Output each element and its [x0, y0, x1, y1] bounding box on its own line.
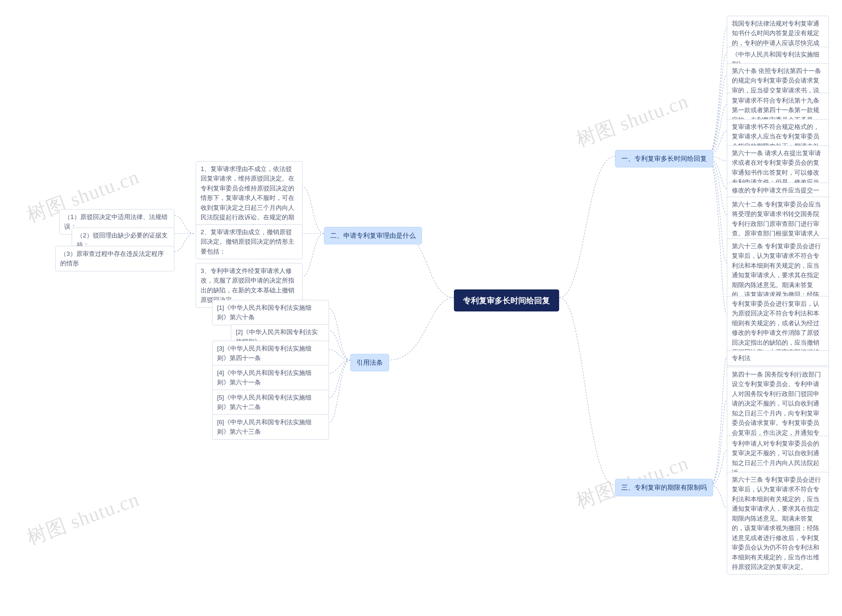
watermark: 树图 shutu.cn	[23, 486, 143, 551]
s3-item-3[interactable]: 第六十三条 专利复审委员会进行复审后，认为复审请求不符合专利法和本细则有关规定的…	[727, 472, 829, 575]
s3-item-0-text: 专利法	[732, 355, 751, 361]
section-1-title: 一、专利复审多长时间给回复	[621, 155, 707, 162]
s2-item-2-text: 3、专利申请文件经复审请求人修改，克服了原驳回申请的决定所指出的缺陷，在新的文本…	[201, 267, 294, 303]
s3-item-0[interactable]: 专利法	[727, 350, 829, 366]
watermark: 树图 shutu.cn	[572, 88, 692, 153]
s4-item-0-text: [1]《中华人民共和国专利法实施细则》第六十条	[217, 304, 311, 321]
s4-item-5[interactable]: [6]《中华人民共和国专利法实施细则》第六十三条	[212, 414, 329, 440]
section-3-title: 三、专利复审的期限有限制吗	[621, 484, 707, 491]
root-title: 专利复审多长时间给回复	[463, 296, 550, 305]
s3-item-3-text: 第六十三条 专利复审委员会进行复审后，认为复审请求不符合专利法和本细则有关规定的…	[732, 476, 821, 570]
section-4-title: 引用法条	[356, 359, 383, 366]
s3-item-1-text: 第四十一条 国务院专利行政部门设立专利复审委员会。专利申请人对国务院专利行政部门…	[732, 371, 821, 446]
s2-sub-2-text: （3）原审查过程中存在违反法定程序的情形	[60, 250, 164, 267]
section-3[interactable]: 三、专利复审的期限有限制吗	[615, 479, 713, 496]
s4-item-5-text: [6]《中华人民共和国专利法实施细则》第六十三条	[217, 419, 311, 435]
section-2-title: 二、申请专利复审理由是什么	[330, 232, 416, 239]
s2-sub-2[interactable]: （3）原审查过程中存在违反法定程序的情形	[55, 246, 174, 271]
section-1[interactable]: 一、专利复审多长时间给回复	[615, 150, 713, 167]
s4-item-0[interactable]: [1]《中华人民共和国专利法实施细则》第六十条	[212, 300, 329, 325]
s4-item-4-text: [5]《中华人民共和国专利法实施细则》第六十二条	[217, 394, 311, 411]
s4-item-2[interactable]: [3]《中华人民共和国专利法实施细则》第四十一条	[212, 341, 329, 366]
section-2[interactable]: 二、申请专利复审理由是什么	[324, 227, 422, 244]
s4-item-2-text: [3]《中华人民共和国专利法实施细则》第四十一条	[217, 345, 311, 361]
root-node[interactable]: 专利复审多长时间给回复	[454, 289, 559, 311]
s4-item-4[interactable]: [5]《中华人民共和国专利法实施细则》第六十二条	[212, 390, 329, 415]
s3-item-2-text: 专利申请人对专利复审委员会的复审决定不服的，可以自收到通知之日起三个月内向人民法…	[732, 440, 819, 476]
mindmap-canvas: 树图 shutu.cn 树图 shutu.cn 树图 shutu.cn 树图 s…	[0, 0, 842, 616]
s4-item-3-text: [4]《中华人民共和国专利法实施细则》第六十一条	[217, 369, 311, 386]
connectors	[0, 0, 842, 616]
section-4[interactable]: 引用法条	[350, 354, 389, 371]
s4-item-3[interactable]: [4]《中华人民共和国专利法实施细则》第六十一条	[212, 365, 329, 390]
s2-item-1[interactable]: 2、复审请求理由成立，撤销原驳回决定。撤销原驳回决定的情形主要包括：	[196, 224, 302, 259]
s2-item-1-text: 2、复审请求理由成立，撤销原驳回决定。撤销原驳回决定的情形主要包括：	[201, 229, 294, 255]
